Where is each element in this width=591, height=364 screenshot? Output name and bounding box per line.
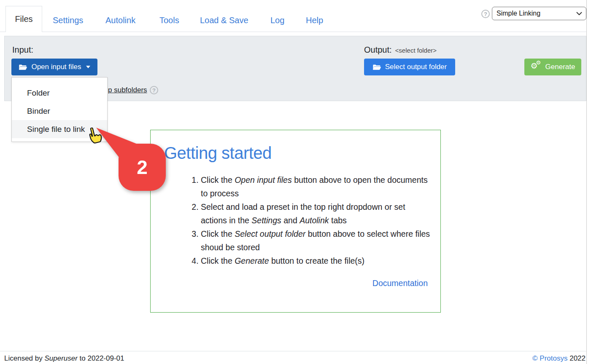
footer-divider bbox=[0, 351, 586, 351]
window-right-border bbox=[586, 0, 587, 364]
select-output-folder-button[interactable]: Select output folder bbox=[364, 59, 455, 75]
tab-tools[interactable]: Tools bbox=[159, 16, 179, 25]
subfolders-link[interactable]: p subfolders bbox=[108, 86, 147, 94]
tab-load-save[interactable]: Load & Save bbox=[200, 16, 248, 25]
preset-select[interactable]: Simple Linking bbox=[492, 7, 586, 20]
getting-started-box: Getting started Click the Open input fil… bbox=[150, 130, 441, 313]
documentation-link[interactable]: Documentation bbox=[372, 278, 428, 288]
caret-down-icon bbox=[86, 66, 90, 68]
open-input-files-button[interactable]: Open input files bbox=[11, 59, 97, 75]
tab-settings[interactable]: Settings bbox=[53, 16, 83, 25]
preset-help-icon[interactable]: ? bbox=[481, 10, 490, 18]
folder-open-icon bbox=[372, 64, 381, 71]
output-folder-placeholder: <select folder> bbox=[395, 47, 437, 54]
getting-started-steps: Click the Open input files button above … bbox=[163, 173, 431, 268]
folder-open-icon bbox=[19, 64, 27, 71]
chevron-down-icon bbox=[576, 12, 582, 16]
menu-item-binder[interactable]: Binder bbox=[12, 102, 107, 120]
step-3: Click the Select output folder button ab… bbox=[201, 227, 431, 254]
output-label: Output: bbox=[364, 45, 392, 55]
generate-label: Generate bbox=[545, 63, 575, 71]
licensee-name: Superuser bbox=[44, 354, 77, 362]
tab-help[interactable]: Help bbox=[306, 16, 323, 25]
getting-started-title: Getting started bbox=[164, 144, 272, 163]
step-4: Click the Generate button to create the … bbox=[201, 254, 431, 268]
step-1: Click the Open input files button above … bbox=[201, 173, 431, 200]
subfolders-help-icon[interactable]: ? bbox=[150, 86, 158, 94]
tab-files[interactable]: Files bbox=[5, 6, 42, 32]
gears-icon: ⚙ ⚙ bbox=[531, 62, 542, 72]
tab-log[interactable]: Log bbox=[270, 16, 284, 25]
company-link[interactable]: Protosys bbox=[540, 354, 567, 362]
tab-autolink[interactable]: Autolink bbox=[105, 16, 135, 25]
select-output-folder-label: Select output folder bbox=[385, 63, 447, 71]
copyright-symbol: © bbox=[532, 354, 540, 362]
preset-select-value: Simple Linking bbox=[497, 10, 540, 17]
open-input-files-label: Open input files bbox=[31, 63, 81, 71]
output-label-row: Output: <select folder> bbox=[364, 45, 437, 55]
step-2: Select and load a preset in the top righ… bbox=[201, 200, 431, 227]
license-text: Licensed by Superuser to 2022-09-01 bbox=[4, 354, 124, 363]
generate-button[interactable]: ⚙ ⚙ Generate bbox=[524, 59, 581, 75]
copyright-text: © Protosys 2022 bbox=[532, 354, 586, 363]
menu-item-folder[interactable]: Folder bbox=[12, 84, 107, 102]
input-label: Input: bbox=[12, 45, 33, 55]
nav-divider bbox=[0, 32, 586, 32]
callout-number: 2 bbox=[137, 156, 148, 178]
